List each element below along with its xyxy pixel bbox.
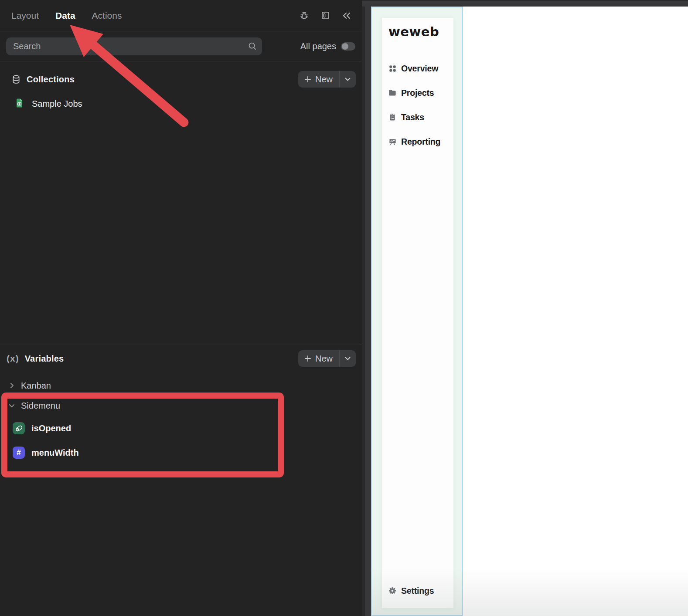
search-input[interactable] <box>6 37 262 55</box>
menu-item-overview[interactable]: Overview <box>388 60 449 77</box>
gear-icon <box>388 587 396 595</box>
chevron-down-icon <box>345 357 351 360</box>
search-row: All pages <box>0 31 362 61</box>
chevron-down-icon <box>9 404 15 408</box>
spreadsheet-icon <box>16 98 23 109</box>
tab-data[interactable]: Data <box>55 10 75 21</box>
search-box[interactable] <box>6 37 262 55</box>
all-pages-toggle[interactable] <box>341 42 355 51</box>
data-panel: Layout Data Actions <box>0 0 362 616</box>
new-collection-button[interactable]: New <box>298 71 356 88</box>
new-collection-dropdown[interactable] <box>340 71 356 88</box>
collection-item-sample-jobs[interactable]: Sample Jobs <box>0 98 362 109</box>
tab-layout[interactable]: Layout <box>11 10 39 21</box>
plus-icon <box>304 76 311 83</box>
database-icon <box>11 74 21 85</box>
weweb-editor-screen: Layout Data Actions <box>0 0 688 616</box>
chevron-right-icon <box>9 382 15 389</box>
new-variable-button[interactable]: New <box>298 350 356 367</box>
presentation-chart-icon <box>388 138 396 146</box>
weweb-logo: weweb <box>388 25 449 39</box>
folder-icon <box>388 89 396 96</box>
plus-icon <box>304 355 311 362</box>
editor-canvas: weweb Overview P <box>362 0 688 616</box>
tab-actions[interactable]: Actions <box>92 10 122 21</box>
all-pages-label: All pages <box>300 41 336 51</box>
collections-section: Collections New <box>0 61 362 109</box>
variables-section: (x) Variables New Kanban <box>0 345 362 616</box>
panel-layout-icon[interactable] <box>321 11 330 20</box>
panel-tabbar: Layout Data Actions <box>0 0 362 31</box>
canvas-top-chrome <box>362 0 688 7</box>
clipboard-icon <box>388 113 396 121</box>
canvas-left-chrome <box>362 0 371 616</box>
new-variable-main[interactable]: New <box>298 350 339 367</box>
new-collection-main[interactable]: New <box>298 71 339 88</box>
variable-item-isopened[interactable]: isOpened <box>0 419 362 438</box>
variable-item-menuwidth[interactable]: # menuWidth <box>0 443 362 462</box>
debug-bug-icon[interactable] <box>299 10 309 20</box>
number-hash-icon: # <box>13 447 25 459</box>
menu-item-reporting[interactable]: Reporting <box>388 133 449 150</box>
variable-group-sidemenu[interactable]: Sidemenu <box>0 397 362 414</box>
chevron-down-icon <box>345 78 351 81</box>
search-icon <box>248 42 257 52</box>
variables-title: Variables <box>25 354 64 364</box>
new-variable-dropdown[interactable] <box>340 350 356 367</box>
page-background <box>463 7 688 616</box>
sidemenu-component: weweb Overview P <box>382 18 453 608</box>
menu-item-tasks[interactable]: Tasks <box>388 108 449 126</box>
boolean-toggle-icon <box>13 422 25 434</box>
menu-item-settings[interactable]: Settings <box>388 582 449 599</box>
variables-icon: (x) <box>7 353 19 364</box>
variable-group-kanban[interactable]: Kanban <box>0 377 362 394</box>
collapse-panel-icon[interactable] <box>342 11 351 20</box>
collections-title: Collections <box>27 74 75 85</box>
grid-icon <box>388 65 396 72</box>
menu-item-projects[interactable]: Projects <box>388 84 449 102</box>
